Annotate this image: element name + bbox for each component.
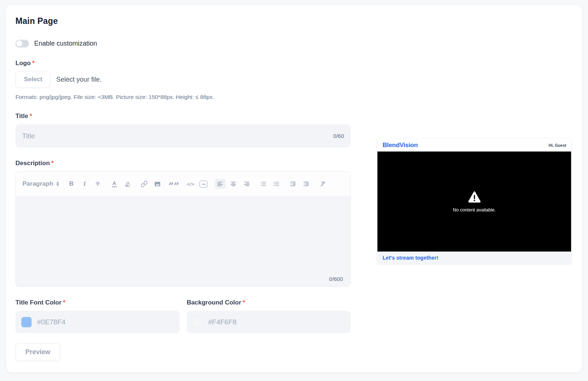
blockquote-button[interactable]: ””	[168, 179, 179, 189]
background-color-swatch	[193, 317, 203, 327]
clear-group	[317, 179, 328, 189]
italic-icon: I	[83, 180, 86, 188]
color-fields-row: #0E78F4 #F4F6F8	[15, 311, 351, 333]
highlight-color-icon	[124, 181, 131, 187]
title-font-color-swatch	[21, 317, 32, 327]
background-color-value: #F4F6F8	[208, 318, 237, 326]
preview-button[interactable]: Preview	[15, 343, 60, 361]
italic-button[interactable]: I	[79, 179, 90, 189]
enable-customization-label: Enable customization	[34, 40, 97, 47]
image-icon	[154, 181, 161, 188]
title-font-color-label: Title Font Color*	[15, 299, 187, 306]
quote-group: ””	[168, 179, 179, 189]
enable-customization-row: Enable customization	[15, 40, 351, 47]
required-asterisk: *	[63, 299, 65, 306]
required-asterisk: *	[243, 299, 245, 306]
align-left-icon	[217, 181, 223, 187]
highlight-color-button[interactable]	[122, 179, 133, 189]
color-group: A	[109, 179, 133, 189]
required-asterisk: *	[32, 60, 35, 67]
customization-form: Main Page Enable customization Logo* Sel…	[15, 5, 351, 361]
description-textarea[interactable]: 0/600	[16, 196, 350, 286]
chevron-updown-icon	[56, 182, 59, 186]
list-group	[258, 179, 282, 189]
warning-icon	[467, 191, 481, 203]
required-asterisk: *	[51, 160, 54, 167]
guest-greeting: Hi, Guest	[549, 143, 566, 147]
logo-select-row: Select Select your file.	[15, 71, 351, 88]
live-preview-widget: BlendVision Hi, Guest No content availab…	[377, 139, 571, 264]
bold-icon: B	[69, 180, 74, 188]
stream-together-link[interactable]: Let's stream together!	[383, 255, 438, 261]
brand-logo: BlendVision	[383, 142, 418, 149]
required-asterisk: *	[30, 113, 32, 120]
logo-label: Logo*	[15, 60, 351, 67]
clear-format-button[interactable]	[317, 179, 328, 189]
color-labels-row: Title Font Color* Background Color*	[15, 299, 351, 306]
logo-format-hint: Formats: png/jpg/jpeg. File size: <3MB. …	[15, 94, 351, 100]
no-content-message: No content available.	[453, 207, 496, 213]
indent-group	[287, 179, 312, 189]
preview-footer: Let's stream together!	[377, 252, 571, 264]
align-group	[215, 179, 252, 189]
bullet-list-button[interactable]	[258, 179, 269, 189]
title-font-color-value: #0E78F4	[37, 318, 65, 326]
bold-button[interactable]: B	[66, 179, 77, 189]
inline-code-icon: </>	[187, 181, 194, 187]
align-center-button[interactable]	[228, 179, 239, 189]
title-font-color-field[interactable]: #0E78F4	[15, 311, 180, 333]
image-button[interactable]	[152, 179, 163, 189]
page-title: Main Page	[15, 5, 351, 26]
ordered-list-button[interactable]	[271, 179, 282, 189]
inline-code-button[interactable]: </>	[185, 179, 196, 189]
select-file-button[interactable]: Select	[15, 71, 51, 88]
clear-format-icon	[319, 181, 326, 187]
strikethrough-icon	[94, 181, 101, 187]
code-block-button[interactable]: <>	[198, 179, 209, 189]
insert-group	[139, 179, 163, 189]
background-color-field[interactable]: #F4F6F8	[187, 311, 351, 333]
outdent-button[interactable]	[301, 179, 312, 189]
bullet-list-icon	[260, 181, 266, 187]
description-label: Description*	[15, 160, 351, 167]
indent-button[interactable]	[287, 179, 298, 189]
align-right-button[interactable]	[241, 179, 252, 189]
title-label: Title*	[15, 113, 351, 120]
strikethrough-button[interactable]	[92, 179, 103, 189]
toggle-knob	[16, 40, 22, 47]
code-block-icon: <>	[200, 181, 208, 188]
editor-toolbar: Paragraph B I	[16, 172, 350, 196]
select-file-hint: Select your file.	[56, 76, 101, 83]
enable-customization-toggle[interactable]	[15, 40, 29, 47]
main-panel: Main Page Enable customization Logo* Sel…	[6, 5, 582, 372]
code-group: </> <>	[185, 179, 209, 189]
description-char-counter: 0/600	[329, 276, 343, 282]
paragraph-style-select[interactable]: Paragraph	[22, 180, 59, 188]
align-right-icon	[243, 181, 250, 187]
indent-icon	[290, 181, 296, 187]
align-left-button[interactable]	[215, 179, 226, 189]
font-color-button[interactable]: A	[109, 179, 120, 189]
background-color-label: Background Color*	[187, 299, 245, 306]
ordered-list-icon	[273, 181, 280, 187]
outdent-icon	[303, 181, 309, 187]
description-editor: Paragraph B I	[15, 171, 351, 287]
align-center-icon	[230, 181, 237, 187]
font-color-icon: A	[112, 181, 117, 188]
preview-header: BlendVision Hi, Guest	[377, 139, 571, 152]
link-button[interactable]	[139, 179, 150, 189]
blockquote-icon: ””	[168, 180, 179, 188]
preview-video-area: No content available.	[377, 152, 571, 252]
title-input-wrap: 0/60	[15, 124, 351, 147]
title-input[interactable]	[22, 132, 333, 140]
title-char-counter: 0/60	[333, 133, 344, 139]
text-style-group: B I	[66, 179, 103, 189]
link-icon	[141, 181, 148, 188]
